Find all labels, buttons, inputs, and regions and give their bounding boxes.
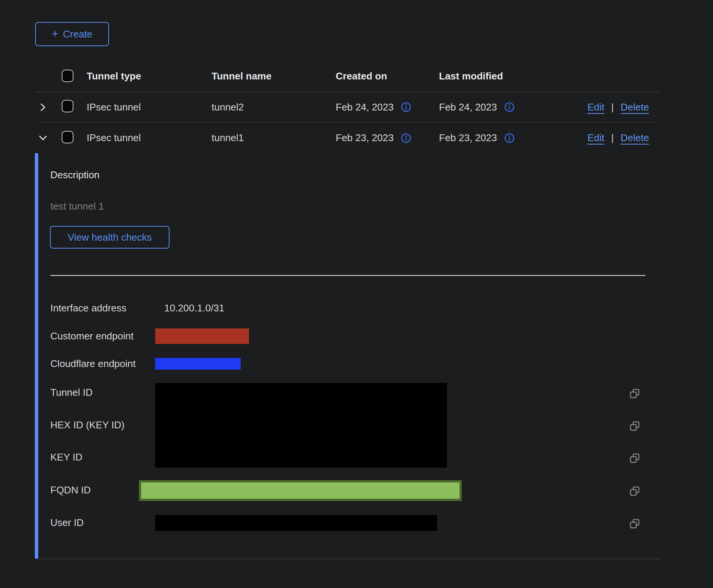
expanded-row-accent-bar [35, 153, 38, 558]
user-id-redacted-value [155, 515, 437, 531]
header-last-modified: Last modified [439, 70, 553, 82]
tunnel-details-panel: Description test tunnel 1 View health ch… [35, 153, 660, 559]
copy-hex-id-icon[interactable] [629, 420, 642, 432]
hex-id-label: HEX ID (KEY ID) [50, 419, 125, 431]
created-on-cell: Feb 23, 2023 [336, 132, 394, 144]
last-modified-cell: Feb 23, 2023 [439, 132, 497, 144]
edit-link[interactable]: Edit [587, 132, 604, 144]
fqdn-id-redacted-value [139, 480, 462, 501]
create-button[interactable]: + Create [35, 22, 109, 46]
plus-icon: + [52, 28, 59, 39]
header-tunnel-name: Tunnel name [212, 70, 336, 82]
select-all-checkbox[interactable] [62, 70, 73, 82]
interface-address-label: Interface address [50, 302, 126, 314]
customer-endpoint-label: Customer endpoint [50, 330, 134, 342]
last-modified-cell: Feb 24, 2023 [439, 101, 497, 113]
table-row-tunnel2: IPsec tunnel tunnel2 Feb 24, 2023 Feb 24… [35, 92, 660, 123]
header-tunnel-type: Tunnel type [87, 70, 212, 82]
table-header-row: Tunnel type Tunnel name Created on Last … [35, 61, 660, 92]
delete-link[interactable]: Delete [621, 132, 649, 144]
row-checkbox[interactable] [62, 100, 73, 112]
user-id-label: User ID [50, 517, 84, 529]
action-separator: | [611, 101, 614, 113]
expand-chevron-right-icon[interactable] [38, 103, 48, 112]
tunnels-table: Tunnel type Tunnel name Created on Last … [35, 61, 660, 153]
tunnels-page: + Create Tunnel type Tunnel name Created… [0, 0, 713, 588]
action-separator: | [611, 132, 614, 144]
info-icon[interactable] [401, 102, 411, 112]
info-icon[interactable] [504, 102, 514, 112]
table-row-tunnel1: IPsec tunnel tunnel1 Feb 23, 2023 Feb 23… [35, 123, 660, 153]
description-label: Description [50, 169, 100, 181]
details-divider [50, 275, 645, 276]
created-on-cell: Feb 24, 2023 [336, 101, 394, 113]
cloudflare-endpoint-redacted-value [155, 358, 241, 370]
customer-endpoint-redacted-value [155, 328, 249, 344]
delete-link[interactable]: Delete [621, 101, 649, 113]
collapse-chevron-down-icon[interactable] [38, 133, 48, 143]
tunnel-type-cell: IPsec tunnel [87, 101, 212, 113]
interface-address-value: 10.200.1.0/31 [164, 302, 224, 314]
tunnel-id-label: Tunnel ID [50, 387, 93, 398]
edit-link[interactable]: Edit [587, 101, 604, 113]
header-created-on: Created on [336, 70, 439, 82]
key-id-label: KEY ID [50, 451, 83, 463]
copy-user-id-icon[interactable] [629, 517, 642, 530]
copy-key-id-icon[interactable] [629, 452, 642, 465]
row-checkbox[interactable] [62, 131, 73, 143]
info-icon[interactable] [401, 133, 411, 143]
tunnel-type-cell: IPsec tunnel [87, 132, 212, 144]
fqdn-id-label: FQDN ID [50, 484, 91, 496]
tunnel-name-cell: tunnel1 [212, 132, 336, 144]
cloudflare-endpoint-label: Cloudflare endpoint [50, 358, 136, 370]
create-button-label: Create [63, 28, 92, 40]
description-value: test tunnel 1 [50, 201, 104, 212]
copy-tunnel-id-icon[interactable] [629, 387, 642, 400]
info-icon[interactable] [504, 133, 514, 143]
id-group-redacted-value [155, 383, 447, 468]
copy-fqdn-id-icon[interactable] [629, 485, 642, 498]
tunnel-name-cell: tunnel2 [212, 101, 336, 113]
view-health-checks-button[interactable]: View health checks [50, 226, 170, 249]
